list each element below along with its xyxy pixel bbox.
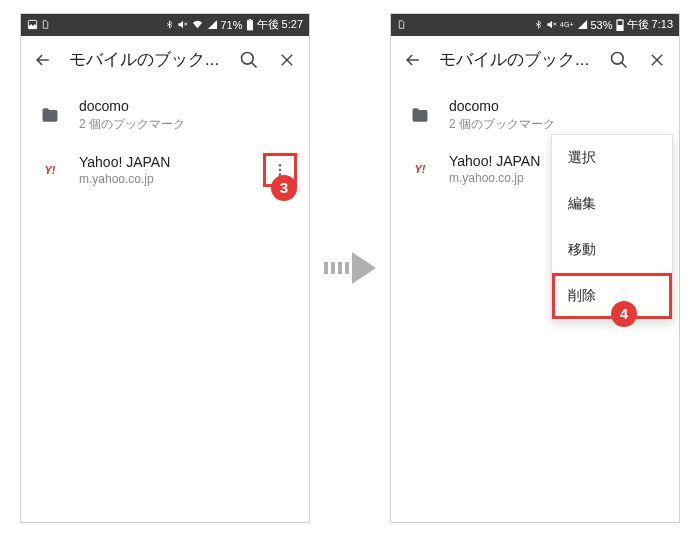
bookmark-row[interactable]: Y! Yahoo! JAPAN m.yahoo.co.jp [21,143,309,197]
folder-title: docomo [449,98,667,114]
page-title: モバイルのブック... [69,48,223,71]
step-callout-3: 3 [271,175,297,201]
network-4g-icon: 4G+ [560,21,573,28]
battery-percent: 53% [591,19,613,31]
svg-line-6 [252,62,257,67]
folder-icon [39,104,61,126]
search-button[interactable] [607,48,631,72]
app-header: モバイルのブック... [21,36,309,84]
folder-row[interactable]: docomo 2 個のブックマーク [21,88,309,143]
folder-subtitle: 2 個のブックマーク [449,116,667,133]
mute-icon [177,19,188,30]
back-button[interactable] [31,48,55,72]
svg-point-9 [279,164,282,167]
phone-screen-left: 71% 午後 5:27 モバイルのブック... [20,13,310,523]
svg-rect-15 [345,262,349,274]
bookmark-subtitle: m.yahoo.co.jp [79,172,245,186]
bookmark-text: Yahoo! JAPAN m.yahoo.co.jp [79,154,245,186]
yahoo-favicon: Y! [39,159,61,181]
page-title: モバイルのブック... [439,48,593,71]
battery-percent: 71% [221,19,243,31]
sim-icon [41,19,50,30]
bookmark-title: Yahoo! JAPAN [79,154,245,170]
close-button[interactable] [645,48,669,72]
menu-item-edit[interactable]: 編集 [552,181,672,227]
svg-rect-3 [247,20,253,30]
folder-text: docomo 2 個のブックマーク [79,98,297,133]
svg-rect-4 [248,19,250,20]
wifi-icon [191,19,204,30]
clock-time: 午後 7:13 [627,17,673,32]
menu-item-move[interactable]: 移動 [552,227,672,273]
signal-icon [577,19,588,30]
step-callout-4: 4 [611,301,637,327]
battery-icon [616,19,624,31]
folder-text: docomo 2 個のブックマーク [449,98,667,133]
clock-time: 午後 5:27 [257,17,303,32]
bluetooth-icon [165,19,174,30]
mute-icon [546,19,557,30]
tutorial-container: 71% 午後 5:27 モバイルのブック... [0,0,700,535]
svg-line-22 [622,62,627,67]
app-header: モバイルのブック... [391,36,679,84]
bookmark-list: docomo 2 個のブックマーク Y! Yahoo! JAPAN m.yaho… [21,84,309,201]
svg-rect-19 [617,25,623,30]
svg-rect-20 [618,19,620,20]
svg-point-21 [612,52,624,64]
battery-icon [246,19,254,31]
folder-title: docomo [79,98,297,114]
close-button[interactable] [275,48,299,72]
svg-point-10 [279,168,282,171]
signal-icon [207,19,218,30]
svg-rect-12 [324,262,328,274]
sim-icon [397,19,406,30]
context-menu: 選択 編集 移動 削除 [551,134,673,320]
transition-arrow-icon [322,248,378,288]
folder-subtitle: 2 個のブックマーク [79,116,297,133]
menu-item-select[interactable]: 選択 [552,135,672,181]
picture-icon [27,19,38,30]
search-button[interactable] [237,48,261,72]
yahoo-favicon: Y! [409,158,431,180]
status-bar: 4G+ 53% 午後 7:13 [391,14,679,36]
svg-point-5 [242,52,254,64]
folder-icon [409,104,431,126]
svg-rect-14 [338,262,342,274]
phone-screen-right: 4G+ 53% 午後 7:13 モバイルのブック... [390,13,680,523]
back-button[interactable] [401,48,425,72]
svg-rect-13 [331,262,335,274]
bluetooth-icon [534,19,543,30]
status-bar: 71% 午後 5:27 [21,14,309,36]
